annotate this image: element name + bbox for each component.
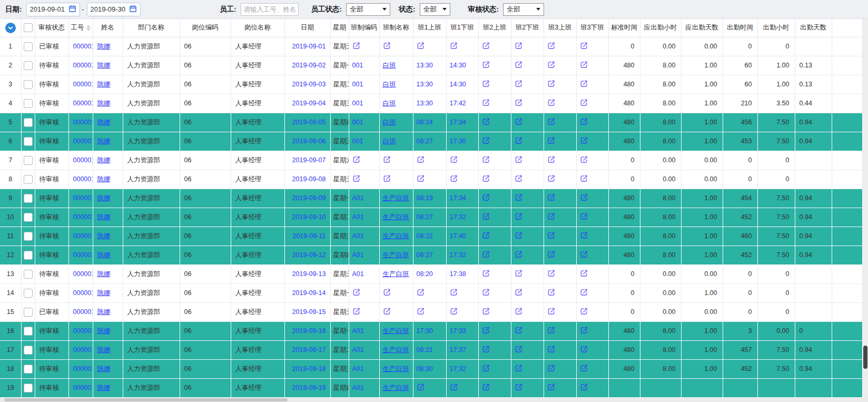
shift2-end-cell[interactable] <box>511 208 544 227</box>
shift3-end-cell[interactable] <box>576 56 608 75</box>
shift3-start-cell[interactable] <box>544 378 576 397</box>
shift-name-link[interactable]: 白班 <box>379 75 413 94</box>
shift2-end-cell[interactable] <box>511 340 544 359</box>
employee-name-link[interactable]: 陈娜 <box>93 359 123 378</box>
shift3-start-cell[interactable] <box>544 113 576 132</box>
shift2-start-cell[interactable] <box>478 321 511 340</box>
row-checkbox-cell[interactable] <box>21 151 35 170</box>
shift2-end-cell[interactable] <box>511 227 544 246</box>
shift1-end-link[interactable]: 17:34 <box>446 113 478 132</box>
shift2-start-cell[interactable] <box>478 208 511 227</box>
date-link[interactable]: 2019-09-10 <box>284 208 330 227</box>
row-checkbox-cell[interactable] <box>21 113 35 132</box>
shift2-end-cell[interactable] <box>511 189 544 208</box>
shift-code-link[interactable]: A01 <box>349 321 379 340</box>
shift3-start-cell[interactable] <box>544 56 576 75</box>
date-link[interactable]: 2019-09-03 <box>284 75 330 94</box>
employee-name-link[interactable]: 陈娜 <box>93 189 123 208</box>
employee-status-select[interactable]: 全部 <box>346 3 390 16</box>
row-checkbox[interactable] <box>24 156 33 165</box>
date-link[interactable]: 2019-09-09 <box>284 189 330 208</box>
shift2-start-cell[interactable] <box>478 170 511 189</box>
shift-name-link[interactable]: 生产白班 <box>379 340 413 359</box>
employee-no-link[interactable]: 000001 <box>68 132 93 151</box>
date-link[interactable]: 2019-09-04 <box>284 94 330 113</box>
edit-icon[interactable] <box>383 288 391 296</box>
edit-icon[interactable] <box>515 383 522 391</box>
edit-icon[interactable] <box>580 117 588 125</box>
shift-name-link[interactable]: 生产白班 <box>379 189 413 208</box>
shift2-end-cell[interactable] <box>511 321 544 340</box>
edit-icon[interactable] <box>580 307 588 315</box>
edit-icon[interactable] <box>482 288 490 296</box>
shift3-start-cell[interactable] <box>544 189 576 208</box>
shift1-start-link[interactable] <box>413 302 446 321</box>
edit-icon[interactable] <box>515 345 522 353</box>
shift3-start-cell[interactable] <box>544 94 576 113</box>
shift2-end-cell[interactable] <box>511 302 544 321</box>
edit-icon[interactable] <box>515 155 522 163</box>
edit-icon[interactable] <box>580 136 588 144</box>
date-link[interactable]: 2019-09-18 <box>284 359 330 378</box>
shift-code-link[interactable]: A01 <box>349 340 379 359</box>
employee-no-link[interactable]: 000001 <box>68 283 93 302</box>
shift1-end-link[interactable]: 17:32 <box>446 246 478 264</box>
shift2-start-cell[interactable] <box>478 56 511 75</box>
shift-code-link[interactable]: 001 <box>349 56 379 75</box>
shift2-start-cell[interactable] <box>478 37 511 56</box>
shift2-end-cell[interactable] <box>511 359 544 378</box>
shift2-end-cell[interactable] <box>511 378 544 397</box>
calendar-icon[interactable] <box>68 5 76 14</box>
row-checkbox[interactable] <box>24 251 33 260</box>
edit-icon[interactable] <box>417 307 425 315</box>
shift2-start-cell[interactable] <box>478 340 511 359</box>
edit-icon[interactable] <box>417 42 425 50</box>
employee-no-link[interactable]: 000001 <box>68 359 93 378</box>
row-checkbox-cell[interactable] <box>21 283 35 302</box>
header-checkbox-cell[interactable] <box>21 19 35 37</box>
shift-name-link[interactable]: 生产白班 <box>379 264 413 283</box>
shift1-end-link[interactable] <box>446 151 478 170</box>
shift-code-link[interactable]: 001 <box>349 132 379 151</box>
shift3-end-cell[interactable] <box>576 151 608 170</box>
row-checkbox-cell[interactable] <box>21 56 35 75</box>
row-checkbox-cell[interactable] <box>21 246 35 264</box>
shift1-end-link[interactable] <box>446 378 478 397</box>
edit-icon[interactable] <box>580 345 588 353</box>
edit-icon[interactable] <box>417 155 425 163</box>
row-checkbox[interactable] <box>24 61 33 70</box>
edit-icon[interactable] <box>450 383 458 391</box>
shift3-end-cell[interactable] <box>576 359 608 378</box>
employee-name-link[interactable]: 陈娜 <box>93 264 123 283</box>
row-checkbox[interactable] <box>24 194 33 203</box>
date-link[interactable]: 2019-09-05 <box>284 113 330 132</box>
edit-icon[interactable] <box>580 155 588 163</box>
row-checkbox[interactable] <box>24 289 33 298</box>
vertical-scrollbar-thumb[interactable] <box>863 346 867 369</box>
row-checkbox-cell[interactable] <box>21 94 35 113</box>
row-checkbox-cell[interactable] <box>21 378 35 397</box>
edit-icon[interactable] <box>580 326 588 334</box>
horizontal-scrollbar[interactable] <box>0 398 868 402</box>
row-checkbox[interactable] <box>24 99 33 108</box>
shift1-start-link[interactable]: 13:30 <box>413 94 446 113</box>
shift3-end-cell[interactable] <box>576 132 608 151</box>
edit-icon[interactable] <box>482 155 490 163</box>
edit-icon[interactable] <box>450 155 458 163</box>
shift-name-link[interactable] <box>379 170 413 189</box>
shift-code-link[interactable] <box>349 302 379 321</box>
shift3-end-cell[interactable] <box>576 75 608 94</box>
row-checkbox[interactable] <box>24 270 33 279</box>
edit-icon[interactable] <box>450 42 458 50</box>
edit-icon[interactable] <box>580 212 588 220</box>
edit-icon[interactable] <box>547 155 555 163</box>
shift3-start-cell[interactable] <box>544 208 576 227</box>
edit-icon[interactable] <box>580 42 588 50</box>
edit-icon[interactable] <box>515 212 522 220</box>
row-checkbox-cell[interactable] <box>21 359 35 378</box>
shift2-start-cell[interactable] <box>478 75 511 94</box>
shift2-end-cell[interactable] <box>511 132 544 151</box>
edit-icon[interactable] <box>580 269 588 277</box>
edit-icon[interactable] <box>417 288 425 296</box>
shift1-start-link[interactable]: 13:30 <box>413 56 446 75</box>
